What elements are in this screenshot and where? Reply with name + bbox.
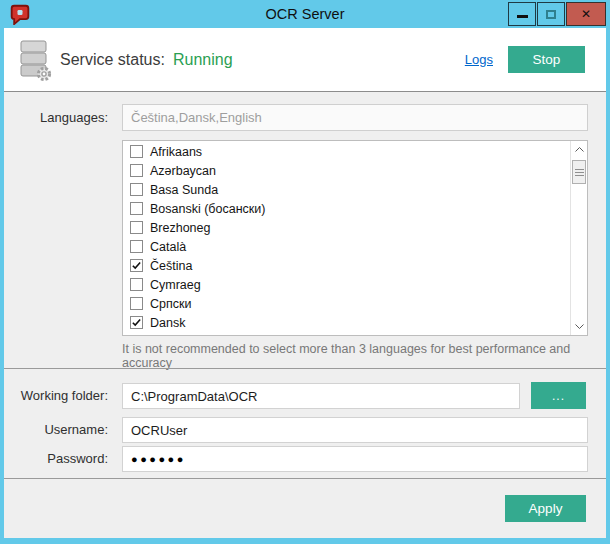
section-divider <box>4 368 606 369</box>
minimize-icon <box>517 15 528 18</box>
language-list-item[interactable]: Català <box>123 237 570 256</box>
username-input[interactable] <box>122 417 588 443</box>
language-list-item[interactable]: Cymraeg <box>123 275 570 294</box>
checkbox-unchecked[interactable] <box>130 145 143 158</box>
language-list-item[interactable]: Čeština <box>123 256 570 275</box>
minimize-button[interactable] <box>508 2 536 26</box>
language-label: Azərbaycan <box>150 164 216 178</box>
working-folder-input[interactable] <box>122 383 520 409</box>
footer-divider <box>4 478 606 479</box>
service-status-bar: Service status: Running Logs Stop <box>4 28 606 92</box>
language-list-item[interactable]: Afrikaans <box>123 142 570 161</box>
scrollbar-thumb[interactable] <box>572 160 586 184</box>
maximize-button[interactable] <box>537 2 565 26</box>
language-list-item[interactable]: Српски <box>123 294 570 313</box>
language-label: Bosanski (босански) <box>150 202 265 216</box>
window-body: Service status: Running Logs Stop Langua… <box>4 28 606 538</box>
language-list-item[interactable]: Deutsch <box>123 332 570 335</box>
stop-button[interactable]: Stop <box>508 46 585 73</box>
language-list: AfrikaansAzərbaycanBasa SundaBosanski (б… <box>123 141 570 335</box>
service-status-label: Service status: <box>60 51 165 69</box>
language-list-item[interactable]: Brezhoneg <box>123 218 570 237</box>
languages-summary-input[interactable] <box>122 104 588 131</box>
checkbox-unchecked[interactable] <box>130 297 143 310</box>
scroll-up-icon[interactable] <box>571 141 587 158</box>
password-label: Password: <box>4 446 108 472</box>
language-list-item[interactable]: Azərbaycan <box>123 161 570 180</box>
checkbox-unchecked[interactable] <box>130 183 143 196</box>
language-list-box: AfrikaansAzərbaycanBasa SundaBosanski (б… <box>122 140 588 336</box>
language-label: Brezhoneg <box>150 221 210 235</box>
scroll-down-icon[interactable] <box>571 318 587 335</box>
language-label: Cymraeg <box>150 278 201 292</box>
username-label: Username: <box>4 417 108 443</box>
password-input[interactable] <box>122 446 588 472</box>
language-label: Dansk <box>150 316 185 330</box>
working-folder-label: Working folder: <box>4 383 108 409</box>
close-button[interactable]: ✕ <box>566 2 606 26</box>
language-list-item[interactable]: Basa Sunda <box>123 180 570 199</box>
languages-note: It is not recommended to select more tha… <box>122 342 606 370</box>
checkbox-checked[interactable] <box>130 316 143 329</box>
language-label: Deutsch <box>150 335 196 336</box>
logs-link[interactable]: Logs <box>465 52 493 67</box>
checkbox-unchecked[interactable] <box>130 164 143 177</box>
checkbox-unchecked[interactable] <box>130 240 143 253</box>
browse-button[interactable]: ... <box>531 382 586 409</box>
thumb-grip-icon <box>575 169 584 176</box>
checkbox-unchecked[interactable] <box>130 221 143 234</box>
language-list-scrollbar[interactable] <box>570 141 587 335</box>
language-label: Basa Sunda <box>150 183 218 197</box>
maximize-icon <box>546 10 556 19</box>
ocr-server-window: OCR Server ✕ Service status: R <box>0 0 610 544</box>
database-gear-icon <box>18 38 52 82</box>
checkbox-unchecked[interactable] <box>130 278 143 291</box>
language-list-item[interactable]: Dansk <box>123 313 570 332</box>
service-status-value: Running <box>173 51 233 69</box>
titlebar: OCR Server ✕ <box>0 0 610 28</box>
language-label: Afrikaans <box>150 145 202 159</box>
close-icon: ✕ <box>581 8 591 20</box>
language-label: Српски <box>150 297 191 311</box>
checkbox-unchecked[interactable] <box>130 202 143 215</box>
languages-label: Languages: <box>4 104 108 131</box>
apply-button[interactable]: Apply <box>505 495 586 522</box>
language-list-item[interactable]: Bosanski (босански) <box>123 199 570 218</box>
language-label: Català <box>150 240 186 254</box>
language-label: Čeština <box>150 259 192 273</box>
checkbox-checked[interactable] <box>130 259 143 272</box>
